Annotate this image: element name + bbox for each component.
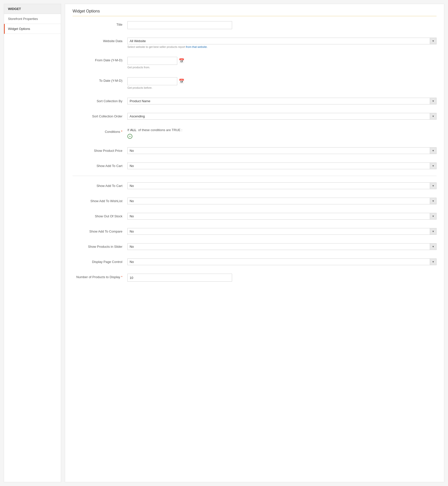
sort-collection-order-row: Sort Collection Order Ascending Descendi… — [73, 111, 437, 122]
conditions-row: Conditions * If ALL of these conditions … — [73, 126, 437, 141]
sidebar: WIDGET Storefront Properties Widget Opti… — [4, 4, 61, 482]
from-date-calendar-icon[interactable]: 📅 — [179, 58, 184, 64]
section-title: Widget Options — [73, 9, 437, 16]
website-data-field: All Website ▼ Select website to get best… — [127, 38, 437, 48]
show-add-to-cart-1-field: No Yes ▼ — [127, 162, 437, 169]
show-product-price-chevron-icon: ▼ — [430, 148, 436, 154]
from-date-input[interactable] — [127, 57, 177, 65]
show-add-to-cart-1-row: Show Add To Cart No Yes ▼ — [73, 161, 437, 171]
from-date-row: From Date (Y-M-D) 📅 Get products from. — [73, 55, 437, 71]
show-product-price-row: Show Product Price No Yes ▼ — [73, 145, 437, 156]
display-page-control-field: No Yes ▼ — [127, 258, 437, 265]
display-page-control-select-wrapper: No Yes ▼ — [127, 258, 437, 265]
section-divider — [73, 176, 437, 176]
to-date-row: To Date (Y-M-D) 📅 Get products before. — [73, 75, 437, 91]
sort-collection-by-select-wrapper: Product Name ▼ — [127, 98, 437, 104]
show-products-in-slider-select[interactable]: No Yes — [128, 243, 143, 250]
sidebar-widget-header: WIDGET — [4, 4, 61, 14]
sort-collection-by-field: Product Name ▼ — [127, 98, 437, 104]
show-add-to-compare-select[interactable]: No Yes — [128, 228, 143, 235]
sort-collection-by-label: Sort Collection By — [73, 98, 127, 103]
sort-collection-order-select-wrapper: Ascending Descending ▼ — [127, 113, 437, 120]
display-page-control-label: Display Page Control — [73, 258, 127, 264]
show-out-of-stock-field: No Yes ▼ — [127, 213, 437, 220]
show-add-to-cart-2-select[interactable]: No Yes — [128, 183, 143, 189]
show-add-to-wishlist-label: Show Add To WishList — [73, 198, 127, 203]
website-data-label: Website Data — [73, 38, 127, 43]
show-product-price-label: Show Product Price — [73, 147, 127, 153]
show-out-of-stock-select-wrapper: No Yes ▼ — [127, 213, 437, 220]
show-product-price-select-wrapper: No Yes ▼ — [127, 147, 437, 154]
website-data-select[interactable]: All Website — [128, 38, 160, 44]
show-out-of-stock-label: Show Out Of Stock — [73, 213, 127, 218]
number-of-products-input[interactable] — [127, 274, 232, 282]
conditions-label-text: Conditions — [105, 130, 120, 134]
show-add-to-compare-row: Show Add To Compare No Yes ▼ — [73, 226, 437, 237]
show-add-to-cart-2-label: Show Add To Cart — [73, 182, 127, 188]
show-add-to-wishlist-field: No Yes ▼ — [127, 198, 437, 204]
to-date-field: 📅 Get products before. — [127, 77, 437, 89]
show-add-to-compare-select-wrapper: No Yes ▼ — [127, 228, 437, 235]
show-add-to-cart-1-select-wrapper: No Yes ▼ — [127, 162, 437, 169]
to-date-hint: Get products before. — [127, 86, 437, 89]
to-date-label: To Date (Y-M-D) — [73, 77, 127, 82]
show-product-price-select[interactable]: No Yes — [128, 148, 143, 154]
show-out-of-stock-chevron-icon: ▼ — [430, 213, 436, 219]
website-data-hint: Select website to get best seller produc… — [127, 45, 437, 48]
to-date-wrapper: 📅 — [127, 77, 437, 85]
conditions-text: If ALL of these conditions are TRUE : — [127, 128, 437, 132]
show-add-to-wishlist-row: Show Add To WishList No Yes ▼ — [73, 196, 437, 206]
show-add-to-cart-1-label: Show Add To Cart — [73, 162, 127, 168]
show-add-to-wishlist-select-wrapper: No Yes ▼ — [127, 198, 437, 204]
from-date-hint: Get products from. — [127, 66, 437, 69]
website-data-select-wrapper: All Website ▼ — [127, 38, 437, 44]
show-add-to-cart-2-select-wrapper: No Yes ▼ — [127, 182, 437, 189]
sort-collection-order-label: Sort Collection Order — [73, 113, 127, 118]
show-out-of-stock-row: Show Out Of Stock No Yes ▼ — [73, 211, 437, 222]
sort-collection-by-chevron-icon: ▼ — [430, 98, 436, 104]
website-data-row: Website Data All Website ▼ Select websit… — [73, 36, 437, 50]
from-date-label: From Date (Y-M-D) — [73, 57, 127, 62]
show-add-to-cart-2-chevron-icon: ▼ — [430, 183, 436, 189]
sort-collection-order-select[interactable]: Ascending Descending — [128, 113, 155, 119]
conditions-label-wrapper: Conditions * — [73, 128, 127, 134]
display-page-control-select[interactable]: No Yes — [128, 259, 143, 265]
show-add-to-compare-chevron-icon: ▼ — [430, 228, 436, 235]
show-products-in-slider-label: Show Products in Slider — [73, 243, 127, 248]
number-of-products-field — [127, 274, 437, 282]
display-page-control-chevron-icon: ▼ — [430, 259, 436, 265]
title-label: Title — [73, 21, 127, 26]
conditions-field: If ALL of these conditions are TRUE : + — [127, 128, 437, 139]
display-page-control-row: Display Page Control No Yes ▼ — [73, 256, 437, 267]
main-content: Widget Options Title Website Data All We… — [65, 4, 444, 482]
show-products-in-slider-chevron-icon: ▼ — [430, 243, 436, 250]
conditions-required-star: * — [121, 130, 122, 134]
show-products-in-slider-field: No Yes ▼ — [127, 243, 437, 250]
add-condition-button[interactable]: + — [127, 134, 132, 139]
show-add-to-cart-2-row: Show Add To Cart No Yes ▼ — [73, 180, 437, 191]
show-add-to-compare-label: Show Add To Compare — [73, 228, 127, 233]
show-products-in-slider-row: Show Products in Slider No Yes ▼ — [73, 241, 437, 252]
show-add-to-wishlist-select[interactable]: No Yes — [128, 198, 143, 204]
sidebar-item-storefront[interactable]: Storefront Properties — [4, 14, 61, 24]
to-date-input[interactable] — [127, 77, 177, 85]
sort-collection-by-select[interactable]: Product Name — [128, 98, 160, 104]
sidebar-item-widget-options[interactable]: Widget Options — [4, 24, 61, 34]
show-products-in-slider-select-wrapper: No Yes ▼ — [127, 243, 437, 250]
show-add-to-cart-1-select[interactable]: No Yes — [128, 163, 143, 169]
to-date-calendar-icon[interactable]: 📅 — [179, 79, 184, 84]
show-out-of-stock-select[interactable]: No Yes — [128, 213, 143, 219]
number-of-products-label: Number of Products to Display — [73, 274, 127, 279]
sort-collection-order-chevron-icon: ▼ — [430, 113, 436, 119]
sort-collection-order-field: Ascending Descending ▼ — [127, 113, 437, 120]
title-field — [127, 21, 437, 29]
sort-collection-by-row: Sort Collection By Product Name ▼ — [73, 96, 437, 106]
from-date-wrapper: 📅 — [127, 57, 437, 65]
show-add-to-compare-field: No Yes ▼ — [127, 228, 437, 235]
website-data-chevron-icon: ▼ — [430, 38, 436, 44]
show-add-to-cart-2-field: No Yes ▼ — [127, 182, 437, 189]
show-add-to-cart-1-chevron-icon: ▼ — [430, 163, 436, 169]
show-product-price-field: No Yes ▼ — [127, 147, 437, 154]
show-add-to-wishlist-chevron-icon: ▼ — [430, 198, 436, 204]
title-input[interactable] — [127, 21, 232, 29]
